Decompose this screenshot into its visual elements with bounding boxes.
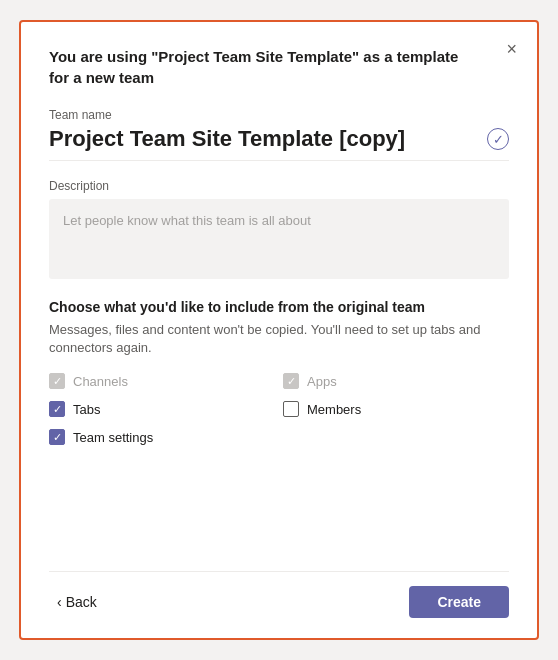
name-valid-icon: ✓ [487,128,509,150]
dialog-footer: ‹ Back Create [49,571,509,618]
description-placeholder: Let people know what this team is all ab… [63,213,311,228]
dialog-title: You are using "Project Team Site Templat… [49,46,509,88]
checkbox-team-settings[interactable]: ✓ [49,429,65,445]
back-chevron-icon: ‹ [57,594,62,610]
back-label: Back [66,594,97,610]
checkbox-item-members[interactable]: Members [283,401,509,417]
choose-section-desc: Messages, files and content won't be cop… [49,321,509,357]
checkbox-item-apps: ✓ Apps [283,373,509,389]
checkbox-label-channels: Channels [73,374,128,389]
create-button[interactable]: Create [409,586,509,618]
checkbox-apps: ✓ [283,373,299,389]
checkbox-label-tabs: Tabs [73,402,100,417]
checkbox-tabs[interactable]: ✓ [49,401,65,417]
create-team-dialog: × You are using "Project Team Site Templ… [19,20,539,640]
description-box[interactable]: Let people know what this team is all ab… [49,199,509,279]
back-button[interactable]: ‹ Back [49,588,105,616]
checkbox-item-tabs[interactable]: ✓ Tabs [49,401,275,417]
checkbox-item-channels: ✓ Channels [49,373,275,389]
checkbox-channels: ✓ [49,373,65,389]
checkbox-item-team-settings[interactable]: ✓ Team settings [49,429,275,445]
choose-section-title: Choose what you'd like to include from t… [49,299,509,315]
checkbox-label-apps: Apps [307,374,337,389]
team-name-label: Team name [49,108,509,122]
description-label: Description [49,179,509,193]
checkbox-label-team-settings: Team settings [73,430,153,445]
create-label: Create [437,594,481,610]
close-button[interactable]: × [502,38,521,60]
team-name-value[interactable]: Project Team Site Template [copy] [49,126,479,152]
checkboxes-grid: ✓ Channels ✓ Apps ✓ Tabs Members ✓ Team … [49,373,509,445]
checkbox-label-members: Members [307,402,361,417]
team-name-row: Project Team Site Template [copy] ✓ [49,126,509,161]
checkbox-members[interactable] [283,401,299,417]
